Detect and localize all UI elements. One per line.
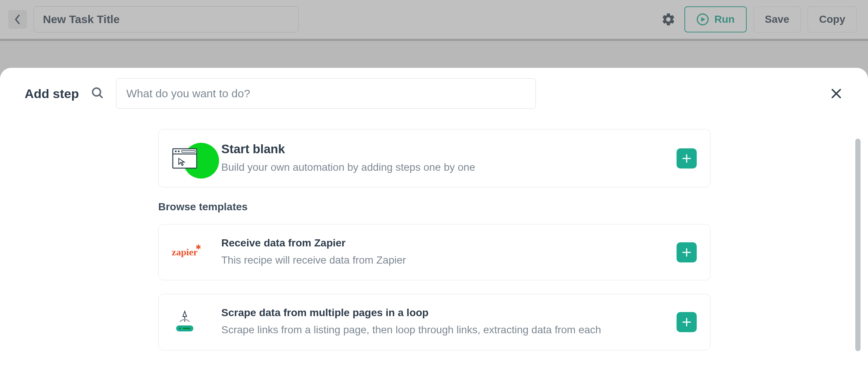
template-card-zapier[interactable]: zapier ✱ Receive data from Zapier This r… [158, 224, 711, 280]
modal-content: Start blank Build your own automation by… [158, 129, 711, 350]
copy-label: Copy [819, 13, 845, 25]
chevron-left-icon [14, 14, 21, 25]
card-description: Scrape links from a listing page, then l… [221, 322, 656, 337]
card-description: Build your own automation by adding step… [221, 160, 656, 174]
search-input[interactable] [116, 78, 536, 109]
add-step-modal: Add step Start blank [0, 68, 868, 381]
browse-templates-heading: Browse templates [158, 201, 711, 213]
card-title: Scrape data from multiple pages in a loo… [221, 307, 656, 319]
zapier-logo: zapier [172, 247, 197, 258]
card-title: Receive data from Zapier [221, 237, 656, 249]
settings-button[interactable] [659, 10, 678, 29]
card-description: This recipe will receive data from Zapie… [221, 253, 656, 267]
card-icon: zapier ✱ [169, 247, 200, 258]
browser-window-icon [172, 148, 197, 169]
tool-icon [172, 309, 198, 335]
scrollbar[interactable] [855, 139, 861, 366]
plus-icon [682, 154, 691, 163]
close-button[interactable] [827, 84, 846, 103]
svg-point-1 [93, 88, 101, 96]
run-button[interactable]: Run [684, 6, 746, 32]
modal-title: Add step [25, 86, 79, 101]
gear-icon [661, 12, 676, 27]
plus-icon [682, 248, 691, 257]
add-button[interactable] [677, 242, 697, 262]
play-circle-icon [696, 13, 709, 26]
svg-point-16 [179, 328, 181, 330]
run-label: Run [714, 13, 734, 25]
close-icon [830, 88, 842, 100]
header-bar: Run Save Copy [0, 0, 868, 39]
plus-icon [682, 317, 691, 327]
scrollbar-thumb[interactable] [855, 139, 861, 351]
card-icon [169, 148, 200, 169]
back-button[interactable] [8, 10, 27, 29]
copy-button[interactable]: Copy [808, 6, 857, 32]
search-icon [91, 86, 104, 101]
modal-header: Add step [25, 78, 846, 109]
add-button[interactable] [677, 148, 697, 169]
zapier-asterisk-icon: ✱ [196, 243, 201, 251]
template-card-scrape-loop[interactable]: Scrape data from multiple pages in a loo… [158, 294, 711, 350]
svg-point-8 [178, 150, 180, 152]
card-title: Start blank [221, 142, 656, 156]
task-title-input[interactable] [34, 6, 299, 32]
save-button[interactable]: Save [753, 6, 801, 32]
svg-point-7 [175, 150, 177, 152]
svg-line-2 [100, 95, 103, 98]
card-icon [169, 309, 200, 335]
start-blank-card[interactable]: Start blank Build your own automation by… [158, 129, 711, 188]
svg-rect-17 [183, 328, 190, 329]
add-button[interactable] [677, 312, 697, 332]
save-label: Save [765, 13, 789, 25]
